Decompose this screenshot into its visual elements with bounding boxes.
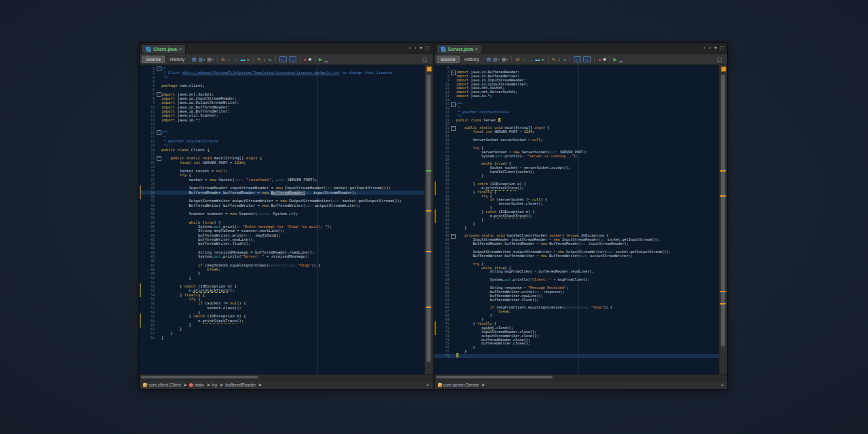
next-occurrence-icon[interactable]: → xyxy=(234,57,239,62)
error-stripe[interactable] xyxy=(719,65,727,374)
class-icon xyxy=(143,382,148,387)
toolbar-overflow-icon[interactable]: ▢ xyxy=(717,56,725,62)
class-icon xyxy=(437,382,442,387)
move-up-icon[interactable]: ↖ xyxy=(257,57,261,62)
scroll-tabs-right-icon[interactable]: › xyxy=(709,45,711,51)
line-number: 78 xyxy=(440,354,451,358)
forward-icon[interactable]: ▦▾ xyxy=(502,57,509,62)
toolbar-separator xyxy=(548,56,549,62)
tab-controls: ‹›▾□ xyxy=(406,45,432,51)
annotation-gutter xyxy=(435,354,440,358)
error-stripe[interactable] xyxy=(425,65,433,374)
code-line[interactable]: 64} xyxy=(140,336,425,340)
breadcrumb-item[interactable]: try xyxy=(212,382,217,387)
tab-bar: Server.java × ‹›▾□ xyxy=(435,43,728,54)
breadcrumb-item[interactable]: bufferedReader xyxy=(225,382,256,387)
record-macro-icon[interactable]: ● xyxy=(598,57,601,62)
collapse-icon[interactable]: ▂ xyxy=(324,57,328,62)
maximize-icon[interactable]: □ xyxy=(720,45,724,51)
duplicate-icon[interactable]: ↘ xyxy=(268,57,272,62)
move-down-icon[interactable]: ↓ xyxy=(263,57,266,62)
tab-list-icon[interactable]: ▾ xyxy=(714,45,717,51)
back-icon[interactable]: ▥▾ xyxy=(199,57,205,62)
chevron-right-icon: > xyxy=(220,382,222,387)
error-stripe-mark[interactable] xyxy=(426,170,431,172)
run-icon[interactable]: ▶ xyxy=(319,57,322,62)
source-view-button[interactable]: Source xyxy=(142,56,165,63)
tab-client-java[interactable]: Client.java × xyxy=(141,44,186,54)
scroll-tabs-left-icon[interactable]: ‹ xyxy=(409,45,411,51)
next-occurrence-icon[interactable]: → xyxy=(528,57,533,62)
error-stripe-mark[interactable] xyxy=(720,195,726,197)
prev-bookmark-icon[interactable]: ← xyxy=(279,56,287,62)
prev-occurrence-icon[interactable]: ← xyxy=(521,57,526,62)
error-stripe-mark[interactable] xyxy=(720,170,726,172)
next-bookmark-icon[interactable]: → xyxy=(289,56,296,62)
vertical-scrollbar-thumb[interactable] xyxy=(427,75,431,362)
scroll-tabs-right-icon[interactable]: › xyxy=(414,45,416,51)
collapse-icon[interactable]: ▂ xyxy=(619,57,623,62)
toolbar-separator xyxy=(570,56,570,62)
vertical-scrollbar-thumb[interactable] xyxy=(721,75,725,347)
find-selection-icon[interactable]: ⊙ xyxy=(515,57,519,62)
toggle-highlight-icon[interactable]: ▬ xyxy=(241,57,245,62)
chevron-right-icon: > xyxy=(184,382,186,387)
breadcrumb-item[interactable]: main xyxy=(189,382,204,387)
file-status-warning-icon[interactable] xyxy=(721,66,726,72)
tab-server-java[interactable]: Server.java × xyxy=(436,44,482,54)
code-editor[interactable]: 67–import java.io.BufferedReader;8import… xyxy=(435,65,719,374)
scroll-tabs-left-icon[interactable]: ‹ xyxy=(704,45,706,51)
last-edit-icon[interactable]: ▤ xyxy=(192,57,197,62)
next-bookmark-icon[interactable]: → xyxy=(583,56,591,62)
more-icon[interactable]: ▸ xyxy=(248,57,250,62)
breadcrumb-close-icon[interactable]: × xyxy=(426,382,429,387)
horizontal-scrollbar[interactable] xyxy=(435,374,728,380)
history-view-button[interactable]: History xyxy=(166,56,188,62)
horizontal-scrollbar-thumb[interactable] xyxy=(141,376,258,378)
breadcrumb-label: com.server.Server xyxy=(443,382,479,387)
back-icon[interactable]: ▥▾ xyxy=(493,57,500,62)
breadcrumb-close-icon[interactable]: × xyxy=(721,382,724,387)
toolbar-icons: ▤▥▾▦▾⊙←→▬▸↖↓↘←→●■▶▂ xyxy=(486,56,623,62)
error-stripe-mark[interactable] xyxy=(426,307,431,308)
toggle-highlight-icon[interactable]: ▬ xyxy=(535,57,540,62)
horizontal-scrollbar[interactable] xyxy=(140,374,433,380)
horizontal-scrollbar-thumb[interactable] xyxy=(436,376,553,378)
dropdown-caret-icon: ▾ xyxy=(212,58,214,61)
tab-list-icon[interactable]: ▾ xyxy=(420,45,422,51)
code-line[interactable]: 78} xyxy=(435,354,719,358)
toolbar-overflow-icon[interactable]: ▢ xyxy=(422,56,431,62)
file-status-warning-icon[interactable] xyxy=(427,66,432,72)
prev-occurrence-icon[interactable]: ← xyxy=(227,57,232,62)
maximize-icon[interactable]: □ xyxy=(426,45,429,51)
java-file-icon xyxy=(440,46,446,52)
tab-close-icon[interactable]: × xyxy=(179,47,182,52)
code-editor[interactable]: 1–/*2 * Click nbfs://nbhost/SystemFileSy… xyxy=(140,65,425,374)
record-macro-icon[interactable]: ● xyxy=(304,57,307,62)
error-stripe-mark[interactable] xyxy=(720,291,726,292)
prev-bookmark-icon[interactable]: ← xyxy=(574,56,581,62)
run-icon[interactable]: ▶ xyxy=(613,57,616,62)
breadcrumb-item[interactable]: com.client.Client xyxy=(143,382,181,387)
find-selection-icon[interactable]: ⊙ xyxy=(221,57,225,62)
breadcrumb-item[interactable]: com.server.Server xyxy=(438,382,479,387)
move-up-icon[interactable]: ↖ xyxy=(552,57,556,62)
error-stripe-mark[interactable] xyxy=(426,251,431,252)
editor-pane-client: Client.java × ‹›▾□ Source History ▤▥▾▦▾⊙… xyxy=(140,43,433,389)
error-stripe-mark[interactable] xyxy=(426,210,431,212)
breadcrumb-label: try xyxy=(212,382,217,387)
duplicate-icon[interactable]: ↘ xyxy=(562,57,566,62)
error-stripe-mark[interactable] xyxy=(720,303,726,304)
move-down-icon[interactable]: ↓ xyxy=(558,57,561,62)
stop-macro-icon[interactable]: ■ xyxy=(309,57,311,62)
source-view-button[interactable]: Source xyxy=(437,56,460,63)
history-view-button[interactable]: History xyxy=(461,56,483,62)
java-file-icon xyxy=(145,46,151,52)
last-edit-icon[interactable]: ▤ xyxy=(486,57,491,62)
forward-icon[interactable]: ▦▾ xyxy=(207,57,214,62)
stop-macro-icon[interactable]: ■ xyxy=(603,57,606,62)
tab-close-icon[interactable]: × xyxy=(475,47,477,52)
more-icon[interactable]: ▸ xyxy=(542,57,545,62)
ide-window: Client.java × ‹›▾□ Source History ▤▥▾▦▾⊙… xyxy=(139,42,728,390)
toolbar-separator xyxy=(217,56,218,62)
